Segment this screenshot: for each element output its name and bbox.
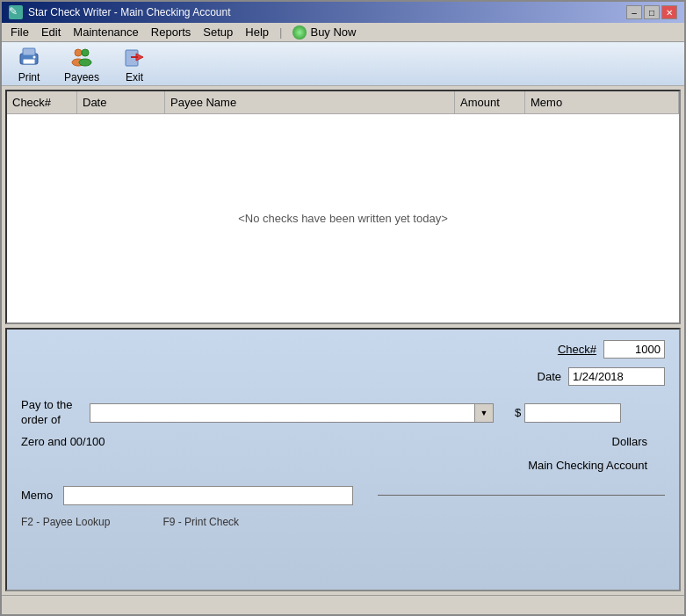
buy-now-label: Buy Now xyxy=(310,25,356,39)
dollars-label: Dollars xyxy=(612,435,647,448)
col-date: Date xyxy=(77,91,165,113)
app-icon: ✎ xyxy=(9,5,23,19)
date-label: Date xyxy=(538,370,561,383)
print-button[interactable]: Print xyxy=(9,40,49,88)
written-amount-text: Zero and 00/100 xyxy=(21,435,605,448)
check-list-area: Check# Date Payee Name Amount Memo <No c… xyxy=(5,90,681,324)
dollar-sign: $ xyxy=(515,406,521,419)
window-title: Star Check Writer - Main Checking Accoun… xyxy=(28,6,231,18)
check-number-label: Check# xyxy=(558,343,596,356)
account-name: Main Checking Account xyxy=(528,459,647,472)
amount-container: $ xyxy=(515,403,621,423)
check-form-area: Check# Date Pay to theorder of ▼ $ xyxy=(5,328,681,591)
menu-file[interactable]: File xyxy=(5,24,34,40)
check-number-input[interactable] xyxy=(603,340,665,359)
print-label: Print xyxy=(18,71,40,83)
col-memo: Memo xyxy=(525,91,679,113)
svg-rect-1 xyxy=(23,48,35,55)
payee-amount-row: Pay to theorder of ▼ $ xyxy=(21,398,665,428)
title-bar-buttons: – □ ✕ xyxy=(626,5,677,19)
payees-label: Payees xyxy=(64,71,99,83)
written-amount-row: Zero and 00/100 Dollars xyxy=(21,435,665,448)
title-bar-left: ✎ Star Check Writer - Main Checking Acco… xyxy=(9,5,231,19)
table-header: Check# Date Payee Name Amount Memo xyxy=(7,91,679,114)
date-input[interactable] xyxy=(568,367,665,386)
exit-label: Exit xyxy=(126,71,143,83)
amount-input[interactable] xyxy=(524,403,621,423)
memo-label: Memo xyxy=(21,489,56,502)
date-row: Date xyxy=(21,367,665,386)
account-row: Main Checking Account xyxy=(21,459,665,472)
payees-button[interactable]: Payees xyxy=(56,40,107,88)
col-amount: Amount xyxy=(455,91,525,113)
exit-icon xyxy=(122,45,147,69)
buy-now-icon xyxy=(292,25,307,40)
payee-input[interactable] xyxy=(90,403,494,423)
svg-point-7 xyxy=(79,59,91,66)
status-bar xyxy=(2,595,684,614)
menu-edit[interactable]: Edit xyxy=(36,24,66,40)
menu-help[interactable]: Help xyxy=(240,24,274,40)
payee-combo: ▼ xyxy=(90,403,494,423)
memo-row: Memo xyxy=(21,486,665,505)
empty-message: <No checks have been written yet today> xyxy=(238,212,447,225)
menu-setup[interactable]: Setup xyxy=(198,24,238,40)
payee-dropdown-btn[interactable]: ▼ xyxy=(474,403,494,423)
shortcuts-row: F2 - Payee Lookup F9 - Print Check xyxy=(21,516,665,528)
memo-input[interactable] xyxy=(63,486,353,505)
memo-line xyxy=(378,495,665,496)
close-button[interactable]: ✕ xyxy=(661,5,677,19)
menu-maintenance[interactable]: Maintenance xyxy=(68,24,143,40)
main-window: ✎ Star Check Writer - Main Checking Acco… xyxy=(0,0,686,616)
minimize-button[interactable]: – xyxy=(626,5,642,19)
shortcut-f9: F9 - Print Check xyxy=(162,516,239,528)
svg-rect-2 xyxy=(23,59,35,64)
print-icon xyxy=(17,45,41,69)
payee-label: Pay to theorder of xyxy=(21,398,83,428)
restore-button[interactable]: □ xyxy=(644,5,660,19)
svg-point-3 xyxy=(33,55,36,58)
main-content: Check# Date Payee Name Amount Memo <No c… xyxy=(2,86,684,595)
shortcut-f2: F2 - Payee Lookup xyxy=(21,516,110,528)
payees-icon xyxy=(69,45,94,69)
menu-separator: | xyxy=(279,25,282,39)
exit-button[interactable]: Exit xyxy=(114,40,155,88)
col-payee-name: Payee Name xyxy=(165,91,455,113)
menu-reports[interactable]: Reports xyxy=(146,24,197,40)
buy-now-button[interactable]: Buy Now xyxy=(287,24,361,41)
col-check-num: Check# xyxy=(7,91,77,113)
title-bar: ✎ Star Check Writer - Main Checking Acco… xyxy=(2,2,684,23)
toolbar: Print Payees Exit xyxy=(2,42,684,86)
check-number-row: Check# xyxy=(21,340,665,359)
table-body: <No checks have been written yet today> xyxy=(7,114,679,322)
svg-point-4 xyxy=(75,49,82,56)
svg-point-5 xyxy=(82,49,89,56)
